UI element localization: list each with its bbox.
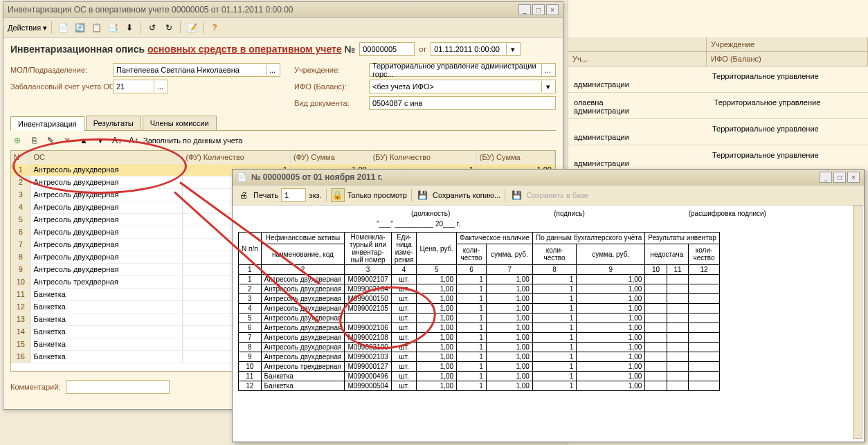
right-header-org: Учреждение [707,37,868,51]
grid-toolbar: ⊕ ⎘ ✎ ✕ ▲ ▼ A↓ A↑ Заполнить по данным уч… [10,131,556,150]
window-title: Инвентаризация ОС в оперативном учете 00… [8,5,293,15]
grid-column-header[interactable]: N [11,151,30,163]
lookup-icon[interactable]: ... [154,81,166,92]
actions-menu[interactable]: Действия ▾ [8,24,47,33]
date-picker-icon[interactable]: ▾ [506,44,518,55]
toolbar-icon-8[interactable]: 📝 [185,21,199,35]
right-row-1[interactable]: Территориальное управление администрации [568,66,868,93]
sort-desc-icon[interactable]: A↑ [127,134,141,147]
mol-label: МОЛ/Подразделение: [10,66,107,74]
sort-asc-icon[interactable]: A↓ [110,134,124,147]
preview-close-button[interactable]: × [847,172,860,183]
right-sub1: Уч... [568,52,707,66]
close-button[interactable]: × [546,4,559,15]
toolbar-icon-1[interactable]: 📄 [56,21,70,35]
hdr-decode: (расшифровка подписи) [689,210,766,217]
toolbar-icon-4[interactable]: 📑 [106,21,120,35]
grid-column-header[interactable]: (БУ) Сумма [476,151,554,163]
right-header-blank [568,37,707,51]
print-area: (должность) (подпись) (расшифровка подпи… [233,206,864,442]
maximize-button[interactable]: □ [532,4,545,15]
from-label: от [419,45,426,53]
grid-column-header[interactable]: (ФУ) Сумма [290,151,370,163]
ifo-label: ИФО (Баланс): [294,82,363,91]
save-base-icon[interactable]: 💾 [509,188,523,202]
comment-label: Комментарий: [10,383,60,391]
dropdown-icon[interactable]: ▾ [541,81,554,92]
grid-column-header[interactable]: (ФУ) Количество [183,151,291,163]
mol-field[interactable]: Пантелеева Светлана Николаевна... [113,63,280,77]
print-button[interactable]: Печать [253,191,278,199]
main-toolbar: Действия ▾ 📄 🔄 📋 📑 ⬇ ↺ ↻ 📝 ? [3,18,563,38]
preview-scrollbar[interactable] [853,206,862,439]
right-row-2[interactable]: олаевнаТерриториальное управление админи… [568,93,868,119]
toolbar-icon-5[interactable]: ⬇ [123,21,136,35]
doc-date-field[interactable]: 01.11.2011 0:00:00▾ [431,42,521,56]
main-titlebar: Инвентаризация ОС в оперативном учете 00… [3,2,563,18]
org-field[interactable]: Территориальное управление администрации… [369,63,556,77]
toolbar-icon-7[interactable]: ↻ [162,21,176,35]
printer-icon[interactable]: 🖨 [237,188,251,202]
lookup-icon[interactable]: ... [541,64,554,75]
toolbar-icon-3[interactable]: 📋 [89,21,103,35]
preview-toolbar: 🖨 Печать 1 экз. 🔒 Только просмотр 💾 Сохр… [233,185,864,206]
copies-suffix: экз. [309,191,322,199]
copy-row-icon[interactable]: ⎘ [27,134,41,147]
help-icon[interactable]: ? [208,21,221,35]
edit-row-icon[interactable]: ✎ [44,134,57,147]
minimize-button[interactable]: _ [518,4,531,15]
offbal-field[interactable]: 21... [113,80,168,93]
hdr-sign: (подпись) [554,210,584,217]
page-title: Инвентаризационная опись основных средст… [10,44,355,55]
preview-window: 📄 № 00000005 от 01 ноября 2011 г. _ □ × … [232,169,865,442]
preview-max-button[interactable]: □ [833,172,846,183]
docview-label: Вид документа: [294,99,363,107]
org-label: Учреждение: [294,66,363,74]
fill-button[interactable]: Заполнить по данным учета [143,136,242,145]
docview-field[interactable]: 0504087 с инв [369,96,556,110]
move-down-icon[interactable]: ▼ [93,134,107,147]
preview-title: № 00000005 от 01 ноября 2011 г. [251,172,383,182]
tabs: Инвентаризация Результаты Члены комиссии [10,116,556,131]
right-sub2: ИФО (Баланс) [707,52,868,66]
delete-row-icon[interactable]: ✕ [60,134,74,147]
right-row-3[interactable]: Территориальное управление администрации [568,119,868,145]
comment-field[interactable] [66,380,170,394]
view-only-button[interactable]: Только просмотр [347,191,407,199]
doc-number-field[interactable]: 00000005 [359,42,415,56]
toolbar-icon-6[interactable]: ↺ [145,21,159,35]
save-base-button[interactable]: Сохранить в базе [526,191,588,199]
grid-column-header[interactable]: ОС [30,151,183,163]
tab-inventory[interactable]: Инвентаризация [10,116,84,131]
view-only-icon[interactable]: 🔒 [331,188,345,202]
right-row-4[interactable]: Территориальное управление администрации [568,145,868,172]
preview-titlebar: 📄 № 00000005 от 01 ноября 2011 г. _ □ × [233,170,864,185]
ifo-field[interactable]: <без учета ИФО>▾ [369,80,556,93]
tab-results[interactable]: Результаты [86,116,141,130]
toolbar-icon-2[interactable]: 🔄 [73,21,87,35]
copies-field[interactable]: 1 [281,188,306,202]
lookup-icon[interactable]: ... [266,64,278,75]
save-copy-icon[interactable]: 💾 [416,188,430,202]
grid-column-header[interactable]: (БУ) Количество [370,151,476,163]
print-table: N п/п Нефинансовые активы Номенкла-турны… [238,232,720,391]
hdr-post: (должность) [411,210,450,217]
preview-min-button[interactable]: _ [820,172,832,183]
offbal-label: Забалансовый счет учета ОС: [10,82,107,91]
tab-commission[interactable]: Члены комиссии [143,116,217,130]
save-copy-button[interactable]: Сохранить копию... [433,191,500,199]
move-up-icon[interactable]: ▲ [77,134,91,147]
add-row-icon[interactable]: ⊕ [10,134,24,147]
